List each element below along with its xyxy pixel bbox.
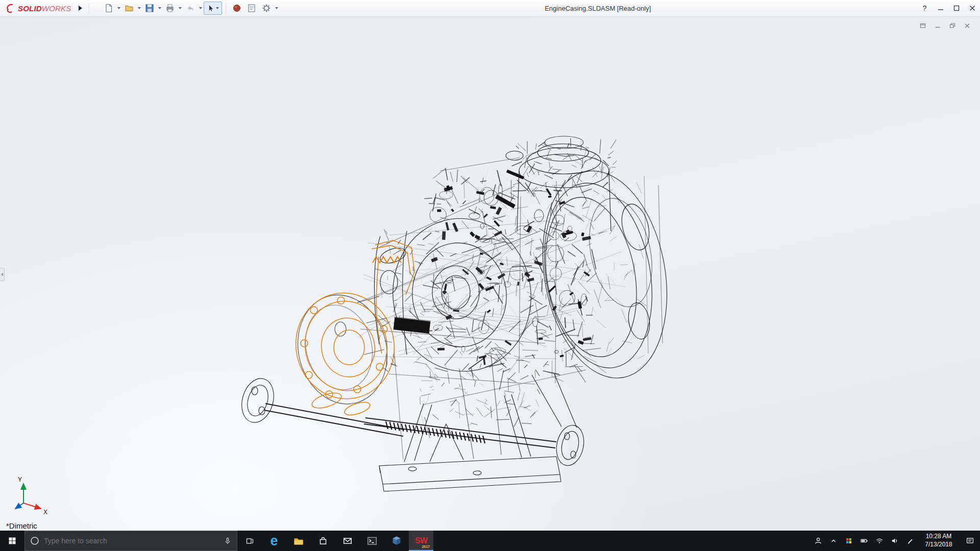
wifi-icon (875, 537, 884, 545)
minimize-icon (938, 5, 944, 11)
taskbar-app-store[interactable] (311, 531, 335, 551)
save-button[interactable] (142, 2, 157, 15)
taskbar-app-terminal[interactable] (360, 531, 384, 551)
taskbar-app-edge[interactable]: e (262, 531, 286, 551)
open-folder-icon (124, 3, 134, 13)
windows-logo-icon (8, 537, 16, 545)
view-orientation-label: *Dimetric (6, 521, 37, 530)
print-button[interactable] (163, 2, 177, 15)
dassault-swirl-icon (5, 3, 15, 13)
file-explorer-icon (293, 535, 304, 546)
save-dropdown-icon[interactable] (158, 7, 161, 9)
help-button[interactable]: ? (917, 0, 933, 16)
blue-cube-icon (391, 535, 402, 546)
taskbar-app-file-explorer[interactable] (286, 531, 311, 551)
doc-close-icon (964, 22, 971, 29)
brand-bold: SOLID (18, 4, 42, 13)
doc-restore-button[interactable] (947, 21, 958, 30)
task-view-icon (246, 537, 254, 545)
chevron-up-icon (830, 537, 837, 544)
colored-squares-icon (845, 537, 852, 544)
battery-icon (860, 537, 868, 545)
window-controls: ? (917, 0, 980, 16)
colored-app-tray-button[interactable] (841, 531, 856, 551)
appearance-button[interactable] (230, 2, 244, 15)
select-tool-button[interactable] (204, 2, 222, 15)
orientation-triad: Y X (8, 474, 51, 517)
undo-dropdown-icon[interactable] (199, 7, 202, 9)
options-button[interactable] (259, 2, 274, 15)
wireframe-model[interactable] (0, 17, 980, 531)
print-icon (165, 3, 175, 13)
sphere-icon (232, 3, 242, 13)
network-tray-button[interactable] (872, 531, 887, 551)
graphics-viewport[interactable]: Y X *Dimetric (0, 17, 980, 531)
print-dropdown-icon[interactable] (179, 7, 182, 9)
taskbar-search-box[interactable] (24, 531, 237, 551)
open-dropdown-icon[interactable] (138, 7, 141, 9)
select-cursor-icon (206, 4, 215, 13)
options-dropdown-icon[interactable] (275, 7, 278, 9)
volume-tray-button[interactable] (887, 531, 902, 551)
menu-expand-button[interactable] (76, 3, 86, 13)
feature-panel-handle[interactable] (0, 268, 5, 281)
start-button[interactable] (0, 531, 24, 551)
task-view-button[interactable] (237, 531, 262, 551)
action-center-icon (966, 537, 974, 545)
document-title: EngineCasing.SLDASM [Read-only] (279, 5, 917, 12)
select-dropdown-icon[interactable] (216, 7, 219, 9)
action-center-button[interactable] (960, 531, 980, 551)
open-button[interactable] (122, 2, 136, 15)
toolbar-separator (226, 3, 226, 13)
brand-light: WORKS (42, 4, 71, 13)
show-hidden-icons-button[interactable] (826, 531, 841, 551)
triad-x-label: X (43, 509, 47, 516)
new-document-button[interactable] (102, 2, 116, 15)
toolbar-separator (89, 3, 89, 13)
search-input[interactable] (44, 537, 219, 545)
help-icon: ? (923, 4, 927, 12)
pen-tray-button[interactable] (902, 531, 918, 551)
triad-axes-icon: Y X (8, 474, 51, 517)
float-window-button[interactable] (917, 21, 928, 30)
solidworks-app-icon: SW 2017 (413, 534, 429, 548)
system-tray: 10:28 AM 7/13/2018 (811, 531, 980, 551)
gear-icon (261, 3, 272, 13)
power-tray-button[interactable] (856, 531, 872, 551)
taskbar-clock[interactable]: 10:28 AM 7/13/2018 (918, 533, 960, 548)
document-window-controls (917, 21, 973, 30)
sw-year-text: 2017 (422, 545, 430, 548)
cortana-icon (30, 536, 39, 545)
people-icon (814, 537, 822, 545)
sheet-icon (247, 3, 257, 13)
maximize-icon (953, 5, 960, 11)
new-document-icon (104, 3, 114, 13)
terminal-icon (366, 535, 378, 546)
doc-close-button[interactable] (962, 21, 973, 30)
expand-arrow-icon (79, 6, 82, 11)
minimize-button[interactable] (933, 0, 948, 16)
store-bag-icon (318, 536, 328, 546)
undo-button[interactable] (183, 2, 198, 15)
clock-time: 10:28 AM (918, 533, 960, 541)
people-button[interactable] (811, 531, 826, 551)
window-icon (919, 22, 926, 29)
save-icon (144, 3, 155, 13)
pinned-apps: e (262, 531, 433, 551)
solidworks-window: SOLIDWORKS (0, 0, 980, 551)
close-button[interactable] (964, 0, 980, 16)
microphone-icon[interactable] (224, 537, 232, 545)
doc-minimize-button[interactable] (932, 21, 943, 30)
taskbar-app-cad-tool[interactable] (384, 531, 409, 551)
quick-access-toolbar (102, 2, 279, 15)
clock-date: 7/13/2018 (918, 541, 960, 549)
new-dropdown-icon[interactable] (117, 7, 120, 9)
properties-sheet-button[interactable] (244, 2, 259, 15)
volume-icon (891, 537, 899, 545)
triad-y-label: Y (18, 476, 22, 483)
maximize-button[interactable] (948, 0, 964, 16)
taskbar-app-solidworks[interactable]: SW 2017 (409, 531, 433, 551)
taskbar-app-mail[interactable] (335, 531, 360, 551)
brand-text: SOLIDWORKS (18, 4, 71, 13)
mail-icon (342, 536, 353, 546)
